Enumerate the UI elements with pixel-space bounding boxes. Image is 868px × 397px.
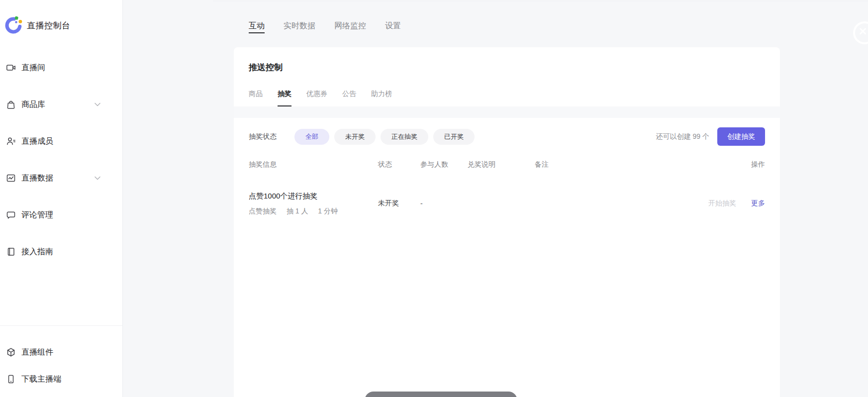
close-float-button[interactable] — [853, 21, 868, 44]
tab-realtime-data[interactable]: 实时数据 — [284, 0, 315, 33]
main-area: 互动 实时数据 网络监控 设置 推送控制 商品 抽奖 优惠券 公告 助力榜 抽奖… — [123, 0, 868, 397]
bottom-toast-fragment — [365, 392, 517, 397]
sidebar-item-label: 商品库 — [21, 99, 45, 110]
sidebar-item-download-broadcaster[interactable]: 下载主播端 — [0, 366, 122, 393]
sidebar: 直播控制台 直播间 商品库 — [0, 0, 123, 397]
column-header-lottery-info: 抽奖信息 — [249, 160, 378, 169]
sidebar-item-label: 接入指南 — [21, 247, 53, 257]
phone-icon — [6, 374, 16, 384]
lottery-filter-row: 抽奖状态 全部 未开奖 正在抽奖 已开奖 还可以创建 99 个 创建抽奖 — [249, 127, 765, 146]
chevron-down-icon — [95, 102, 100, 106]
sidebar-item-access-guide[interactable]: 接入指南 — [0, 233, 122, 270]
lottery-table: 抽奖信息 状态 参与人数 兑奖说明 备注 操作 点赞1000个进行抽奖 点赞抽奖… — [249, 159, 765, 221]
app-logo-row: 直播控制台 — [0, 0, 122, 36]
card-title: 推送控制 — [249, 47, 765, 74]
create-lottery-button[interactable]: 创建抽奖 — [717, 127, 765, 146]
actions-cell: 开始抽奖 更多 — [649, 199, 765, 208]
members-icon — [6, 136, 16, 146]
lottery-winner-count: 抽 1 人 — [287, 207, 308, 215]
filter-pill-drawn[interactable]: 已开奖 — [433, 129, 475, 145]
app-title: 直播控制台 — [27, 20, 71, 31]
sidebar-item-label: 直播成员 — [21, 136, 53, 147]
sidebar-item-comment-management[interactable]: 评论管理 — [0, 197, 122, 233]
lottery-info-cell: 点赞1000个进行抽奖 点赞抽奖 抽 1 人 1 分钟 — [249, 191, 378, 216]
filter-label: 抽奖状态 — [249, 132, 277, 141]
more-button[interactable]: 更多 — [751, 199, 765, 207]
lottery-duration: 1 分钟 — [318, 207, 338, 215]
sidebar-item-label: 直播间 — [21, 63, 45, 73]
table-row: 点赞1000个进行抽奖 点赞抽奖 抽 1 人 1 分钟 未开奖 - 开始抽奖 更… — [249, 186, 765, 221]
comment-icon — [6, 210, 16, 220]
filter-right-group: 还可以创建 99 个 创建抽奖 — [656, 127, 765, 146]
top-tab-bar: 互动 实时数据 网络监控 设置 — [249, 0, 420, 33]
push-subtab-bar: 商品 抽奖 优惠券 公告 助力榜 — [249, 89, 765, 106]
chevron-down-icon — [95, 176, 100, 180]
app-logo-icon — [4, 16, 23, 35]
push-control-card: 推送控制 商品 抽奖 优惠券 公告 助力榜 抽奖状态 全部 未开奖 正在抽奖 已… — [234, 47, 780, 397]
subtab-lottery[interactable]: 抽奖 — [278, 89, 291, 106]
tab-settings[interactable]: 设置 — [385, 0, 401, 33]
lottery-title: 点赞1000个进行抽奖 — [249, 191, 378, 201]
lottery-subtitle: 点赞抽奖 抽 1 人 1 分钟 — [249, 206, 378, 216]
start-lottery-button[interactable]: 开始抽奖 — [708, 199, 736, 207]
subtab-coupons[interactable]: 优惠券 — [306, 89, 327, 106]
filter-pill-not-drawn[interactable]: 未开奖 — [334, 129, 376, 145]
sidebar-item-live-room[interactable]: 直播间 — [0, 49, 122, 86]
column-header-actions: 操作 — [649, 160, 765, 169]
column-header-remark: 备注 — [535, 160, 649, 169]
sidebar-item-product-library[interactable]: 商品库 — [0, 86, 122, 123]
close-icon — [855, 21, 868, 44]
column-header-redeem-note: 兑奖说明 — [468, 160, 535, 169]
status-cell: 未开奖 — [378, 199, 420, 208]
bag-icon — [6, 99, 16, 109]
tab-interaction[interactable]: 互动 — [249, 0, 265, 33]
subtab-announcement[interactable]: 公告 — [342, 89, 356, 106]
lottery-type: 点赞抽奖 — [249, 207, 277, 215]
subtab-products[interactable]: 商品 — [249, 89, 263, 106]
filter-pill-drawing[interactable]: 正在抽奖 — [381, 129, 428, 145]
sidebar-footer: 直播组件 下载主播端 — [0, 325, 122, 397]
guide-icon — [6, 247, 16, 257]
column-header-participants: 参与人数 — [420, 160, 468, 169]
column-header-status: 状态 — [378, 160, 420, 169]
cube-icon — [6, 347, 16, 357]
sidebar-item-live-data[interactable]: 直播数据 — [0, 160, 122, 197]
sidebar-item-label: 直播组件 — [21, 347, 53, 358]
table-header-row: 抽奖信息 状态 参与人数 兑奖说明 备注 操作 — [249, 159, 765, 171]
sidebar-item-label: 直播数据 — [21, 173, 53, 184]
sidebar-item-live-components[interactable]: 直播组件 — [0, 339, 122, 366]
camera-icon — [6, 63, 16, 73]
sidebar-item-label: 下载主播端 — [21, 374, 61, 385]
tab-network-monitor[interactable]: 网络监控 — [334, 0, 366, 33]
sidebar-nav: 直播间 商品库 直播成员 — [0, 49, 122, 270]
quota-remaining-text: 还可以创建 99 个 — [656, 132, 709, 141]
filter-pill-all[interactable]: 全部 — [294, 129, 329, 145]
chart-icon — [6, 173, 16, 183]
subtab-boost-ranking[interactable]: 助力榜 — [371, 89, 392, 106]
subtab-separator-band — [234, 106, 780, 118]
participants-cell: - — [420, 199, 468, 207]
sidebar-item-label: 评论管理 — [21, 210, 53, 220]
sidebar-item-live-members[interactable]: 直播成员 — [0, 123, 122, 160]
